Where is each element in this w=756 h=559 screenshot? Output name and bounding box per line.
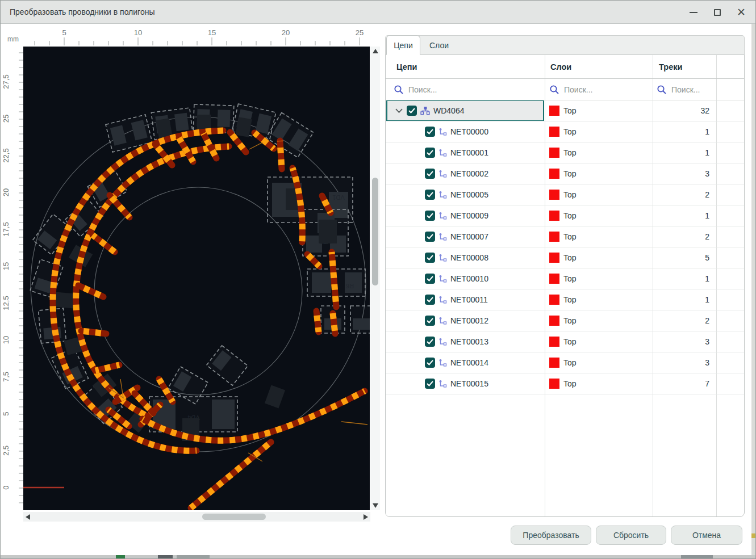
tab-nets[interactable]: Цепи: [386, 35, 420, 55]
layer-color-swatch: [549, 169, 559, 179]
net-name-cell: NET00005: [386, 184, 545, 205]
net-row[interactable]: NET00002 Top 3: [386, 163, 744, 184]
scroll-right-arrow[interactable]: [364, 514, 368, 520]
layer-color-swatch: [549, 106, 559, 116]
check-icon: [427, 255, 433, 260]
track-count: 2: [653, 184, 716, 205]
layer-color-swatch: [549, 316, 559, 326]
net-checkbox[interactable]: [425, 127, 435, 137]
net-name: NET00010: [450, 274, 488, 283]
net-row[interactable]: NET00015 Top 7: [386, 373, 744, 394]
net-checkbox[interactable]: [425, 253, 435, 263]
nets-search-input[interactable]: Поиск...: [386, 79, 545, 100]
svg-text:10: 10: [134, 28, 142, 37]
background-taskbar-item: [158, 555, 173, 558]
net-checkbox[interactable]: [425, 169, 435, 179]
svg-text:0: 0: [2, 485, 10, 489]
vertical-scroll-thumb[interactable]: [372, 178, 378, 285]
layer-name: Top: [563, 148, 577, 157]
background-taskbar-strip: [1, 555, 756, 558]
empty-cell: [716, 373, 744, 394]
net-group-row[interactable]: WD4064 Top 32: [386, 100, 744, 121]
net-layer-cell: Top: [545, 373, 653, 394]
net-row[interactable]: NET00000 Top 1: [386, 121, 744, 142]
svg-text:20: 20: [282, 28, 290, 37]
net-checkbox[interactable]: [425, 295, 435, 305]
empty-cell: [716, 100, 744, 121]
empty-cell: [716, 121, 744, 142]
tracks-search-input[interactable]: Поиск...: [653, 79, 716, 100]
net-row[interactable]: NET00001 Top 1: [386, 142, 744, 163]
layer-color-swatch: [549, 127, 559, 137]
canvas-horizontal-scrollbar[interactable]: [23, 512, 370, 522]
net-layer-cell: Top: [545, 184, 653, 205]
layer-name: Top: [563, 337, 577, 346]
layer-color-swatch: [549, 274, 559, 284]
empty-cell: [716, 352, 744, 373]
net-row[interactable]: NET00012 Top 2: [386, 310, 744, 331]
layer-name: Top: [563, 169, 577, 178]
tab-layers[interactable]: Слои: [423, 35, 456, 55]
canvas-vertical-scrollbar[interactable]: [370, 47, 380, 510]
minimize-button[interactable]: [682, 1, 705, 24]
check-icon: [427, 129, 433, 135]
net-checkbox[interactable]: [425, 211, 435, 221]
check-icon: [427, 192, 433, 197]
net-name-cell: NET00007: [386, 226, 545, 247]
group-checkbox[interactable]: [407, 106, 417, 116]
net-row[interactable]: NET00010 Top 1: [386, 268, 744, 289]
net-row[interactable]: NET00011 Top 1: [386, 289, 744, 310]
search-icon: [394, 85, 404, 95]
net-checkbox[interactable]: [425, 148, 435, 158]
scroll-up-arrow[interactable]: [373, 49, 378, 53]
track-count: 5: [653, 247, 716, 268]
net-row[interactable]: NET00005 Top 2: [386, 184, 744, 205]
layer-name: Top: [563, 106, 577, 115]
scroll-down-arrow[interactable]: [373, 503, 378, 508]
cancel-button[interactable]: Отмена: [671, 526, 742, 545]
scroll-left-arrow[interactable]: [26, 514, 30, 520]
pcb-canvas[interactable]: VD1VT3R6VD4: [23, 47, 370, 510]
close-icon: ✕: [737, 7, 746, 18]
check-icon: [427, 339, 433, 344]
track-count: 3: [653, 331, 716, 352]
net-row[interactable]: NET00014 Top 3: [386, 352, 744, 373]
close-button[interactable]: ✕: [729, 1, 753, 24]
background-taskbar-item: [116, 555, 125, 558]
empty-cell: [716, 310, 744, 331]
maximize-button[interactable]: [705, 1, 729, 24]
svg-text:15: 15: [2, 262, 10, 270]
check-icon: [427, 276, 433, 281]
track-count: 1: [653, 142, 716, 163]
net-name: NET00001: [450, 148, 488, 157]
track-count: 7: [653, 373, 716, 394]
net-checkbox[interactable]: [425, 379, 435, 389]
net-name: NET00009: [450, 211, 488, 220]
net-row[interactable]: NET00008 Top 5: [386, 247, 744, 268]
net-checkbox[interactable]: [425, 274, 435, 284]
svg-text:R6: R6: [346, 283, 354, 289]
net-layer-cell: Top: [545, 205, 653, 226]
svg-text:7,5: 7,5: [2, 372, 10, 382]
group-name: WD4064: [433, 106, 464, 115]
convert-button[interactable]: Преобразовать: [511, 526, 591, 545]
net-checkbox[interactable]: [425, 190, 435, 200]
chevron-down-icon[interactable]: [395, 108, 403, 114]
net-checkbox[interactable]: [425, 316, 435, 326]
net-row[interactable]: NET00013 Top 3: [386, 331, 744, 352]
net-row[interactable]: NET00009 Top 1: [386, 205, 744, 226]
layers-search-input[interactable]: Поиск...: [545, 79, 653, 100]
background-accent: [751, 533, 755, 538]
reset-button[interactable]: Сбросить: [596, 526, 666, 545]
net-icon: [438, 170, 447, 178]
net-icon: [438, 212, 447, 220]
net-checkbox[interactable]: [425, 232, 435, 242]
background-taskbar-item: [681, 555, 713, 558]
net-name: NET00011: [450, 295, 488, 304]
net-checkbox[interactable]: [425, 358, 435, 368]
net-name: NET00013: [450, 337, 488, 346]
net-row[interactable]: NET00007 Top 2: [386, 226, 744, 247]
track-count: 3: [653, 163, 716, 184]
horizontal-scroll-thumb[interactable]: [202, 514, 266, 520]
net-checkbox[interactable]: [425, 337, 435, 347]
